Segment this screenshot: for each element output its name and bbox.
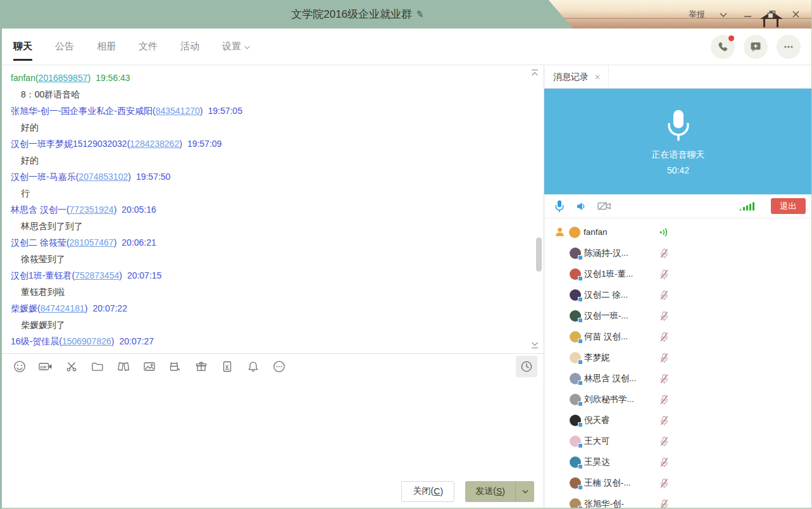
message-input[interactable]	[2, 379, 544, 475]
sender-uin-link[interactable]: 281057467	[70, 237, 114, 248]
folder-icon[interactable]	[90, 359, 105, 374]
tab-album[interactable]: 相册	[97, 28, 116, 65]
muted-mic-icon	[659, 372, 670, 384]
sender-uin-link[interactable]: 752873454	[75, 270, 119, 280]
gif-icon[interactable]: GIF	[38, 359, 53, 374]
message-area: fanfan(2016859857)19:56:438：00群语音哈张旭华-创一…	[2, 66, 544, 353]
message-history-button[interactable]	[516, 356, 537, 377]
close-chat-button[interactable]: 关闭(C)	[401, 481, 454, 502]
member-name: 王楠 汉创-...	[584, 477, 631, 489]
side-panel: 消息记录 ✕ 正在语音聊天 50:42 退出 fanfan陈涵持-汉...汉创1…	[544, 66, 812, 508]
member-row[interactable]: 倪天睿	[544, 410, 812, 430]
member-row[interactable]: 陈涵持-汉...	[544, 242, 812, 263]
tab-files[interactable]: 文件	[139, 28, 158, 65]
ellipsis-icon	[782, 41, 795, 53]
online-device-badge	[578, 380, 583, 386]
speaker-toggle-icon[interactable]	[576, 201, 586, 211]
restore-button[interactable]	[759, 5, 784, 24]
message: 汉创一班-马嘉乐(2074853102)19:57:50行	[2, 168, 544, 201]
tab-label: 聊天	[13, 41, 32, 53]
qq-group-chat-window: 文学院2016级企业就业群 ✎ 举报 聊天公告相册文件活动设置 fanfan(2…	[0, 0, 812, 509]
member-row[interactable]: 李梦妮	[544, 347, 812, 368]
send-button-label[interactable]: 发送(S)	[465, 481, 515, 502]
member-row[interactable]: 王大可	[544, 430, 812, 451]
muted-mic-icon	[659, 435, 670, 447]
member-row[interactable]: 王楠 汉创-...	[544, 472, 812, 493]
message: 汉创一班李梦妮15129032032(1284238262)19:57:09好的	[2, 135, 544, 168]
close-button[interactable]	[784, 5, 808, 24]
tab-announcement[interactable]: 公告	[55, 28, 74, 65]
tab-label: 公告	[55, 41, 74, 53]
exit-voice-button[interactable]: 退出	[771, 198, 806, 214]
avatar	[570, 436, 581, 447]
report-button[interactable]: 举报	[682, 5, 711, 24]
member-name: 林思含 汉创...	[584, 373, 637, 384]
composer-buttons: 关闭(C) 发送(S)	[2, 475, 544, 508]
sender-uin-link[interactable]: 2074853102	[78, 172, 128, 182]
message-time: 19:57:50	[136, 172, 171, 182]
more-actions-button[interactable]	[777, 35, 801, 59]
online-device-badge	[578, 318, 583, 323]
muted-mic-icon	[659, 414, 670, 426]
muted-mic-icon	[659, 330, 670, 342]
edit-group-name-icon[interactable]: ✎	[415, 8, 425, 21]
tab-settings[interactable]: 设置	[222, 28, 251, 65]
member-row[interactable]: 汉创二 徐...	[544, 284, 812, 305]
tab-message-history[interactable]: 消息记录 ✕	[544, 66, 609, 88]
tab-label: 文件	[139, 41, 158, 53]
chat-column: fanfan(2016859857)19:56:438：00群语音哈张旭华-创一…	[2, 66, 544, 508]
sender-uin-link[interactable]: 843541270	[156, 106, 200, 116]
collage-icon[interactable]	[116, 359, 131, 374]
scroll-to-bottom-icon[interactable]	[530, 341, 540, 352]
message-sender: 林思含 汉创一	[11, 204, 66, 215]
online-device-badge	[578, 276, 583, 281]
voice-chat-panel: 正在语音聊天 50:42	[544, 89, 812, 194]
muted-mic-icon	[659, 498, 670, 508]
new-chat-button[interactable]	[744, 35, 768, 59]
bell-icon[interactable]	[246, 359, 261, 374]
member-row[interactable]: 王昊达	[544, 451, 812, 472]
member-name: 陈涵持-汉...	[584, 248, 628, 259]
sender-uin-link[interactable]: 847424181	[41, 303, 85, 313]
member-row[interactable]: fanfan	[544, 222, 812, 242]
mic-toggle-icon[interactable]	[554, 199, 565, 213]
member-row[interactable]: 何苗 汉创...	[544, 326, 812, 347]
tab-chat[interactable]: 聊天	[13, 28, 32, 65]
red-packet-icon[interactable]: ¥	[220, 359, 235, 374]
emoticon-cat-icon[interactable]	[168, 359, 183, 374]
chat-scrollbar[interactable]	[536, 237, 542, 272]
voice-call-button[interactable]	[711, 35, 735, 59]
message: 汉创1班-董钰君(752873454)20:07:15董钰君到啦	[2, 267, 544, 300]
send-button[interactable]: 发送(S)	[465, 481, 534, 502]
unread-badge	[728, 35, 734, 41]
send-options-chevron[interactable]	[515, 481, 534, 502]
minimize-button[interactable]	[735, 5, 759, 24]
sender-uin-link[interactable]: 772351924	[70, 204, 114, 215]
window-title: 文学院2016级企业就业群	[291, 7, 412, 22]
sender-uin-link[interactable]: 2016859857	[39, 73, 88, 83]
scroll-to-top-icon[interactable]	[530, 68, 540, 80]
member-row[interactable]: 刘欣秘书学...	[544, 389, 812, 410]
message-header: fanfan(2016859857)19:56:43	[2, 70, 544, 86]
screenshot-scissors-icon[interactable]	[64, 359, 79, 374]
image-icon[interactable]	[142, 359, 157, 374]
window-menu-chevron-icon[interactable]	[711, 5, 735, 24]
camera-off-icon[interactable]	[597, 201, 611, 211]
sender-uin-link[interactable]: 1284238262	[130, 139, 179, 149]
message-sender: 汉创一班李梦妮15129032032	[11, 139, 127, 149]
member-row[interactable]: 汉创1班-董...	[544, 263, 812, 284]
svg-text:GIF: GIF	[41, 365, 47, 368]
tab-activity[interactable]: 活动	[180, 28, 199, 65]
more-tools-icon[interactable]	[272, 359, 287, 374]
sender-uin-link[interactable]: 1506907826	[62, 336, 111, 346]
signal-strength-icon	[739, 201, 759, 211]
gift-icon[interactable]	[194, 359, 209, 374]
avatar	[570, 352, 581, 363]
member-row[interactable]: 张旭华-创-	[544, 493, 812, 508]
message-header: 张旭华-创一-国企事业私企-西安咸阳(843541270)19:57:05	[2, 103, 544, 119]
member-row[interactable]: 汉创一班-...	[544, 305, 812, 326]
member-row[interactable]: 林思含 汉创...	[544, 368, 812, 389]
message-text: 好的	[2, 119, 544, 135]
close-tab-icon[interactable]: ✕	[594, 73, 601, 82]
emoji-icon[interactable]	[12, 359, 27, 374]
